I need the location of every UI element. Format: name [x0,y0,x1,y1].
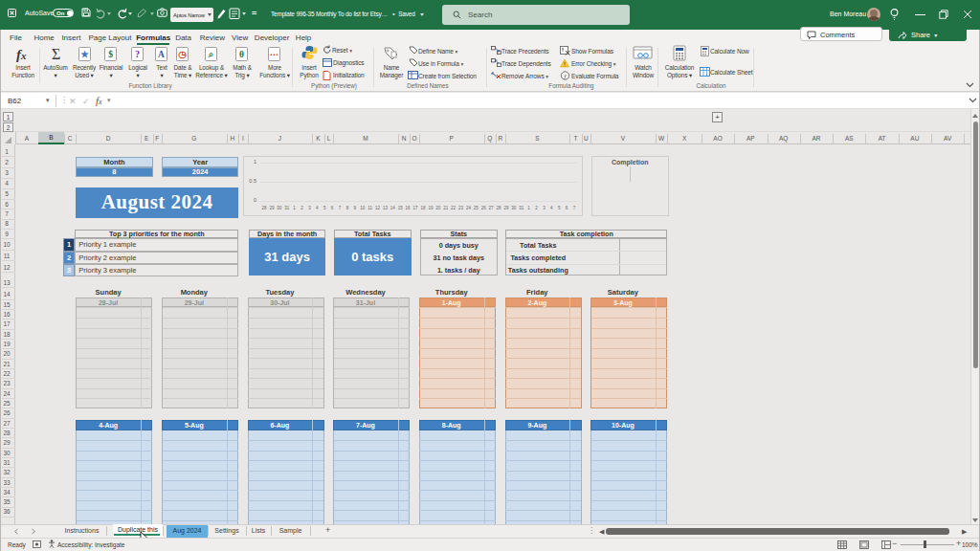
svg-text:A: A [158,50,165,59]
svg-text:$: $ [108,50,113,59]
svg-text:★: ★ [80,50,89,59]
svg-text:◷: ◷ [178,50,187,59]
svg-text:θ: θ [239,50,244,59]
svg-text:⋯: ⋯ [270,50,279,59]
svg-text:⌕: ⌕ [208,50,213,59]
svg-text:ƒ: ƒ [564,73,567,80]
svg-text:?: ? [135,50,140,59]
